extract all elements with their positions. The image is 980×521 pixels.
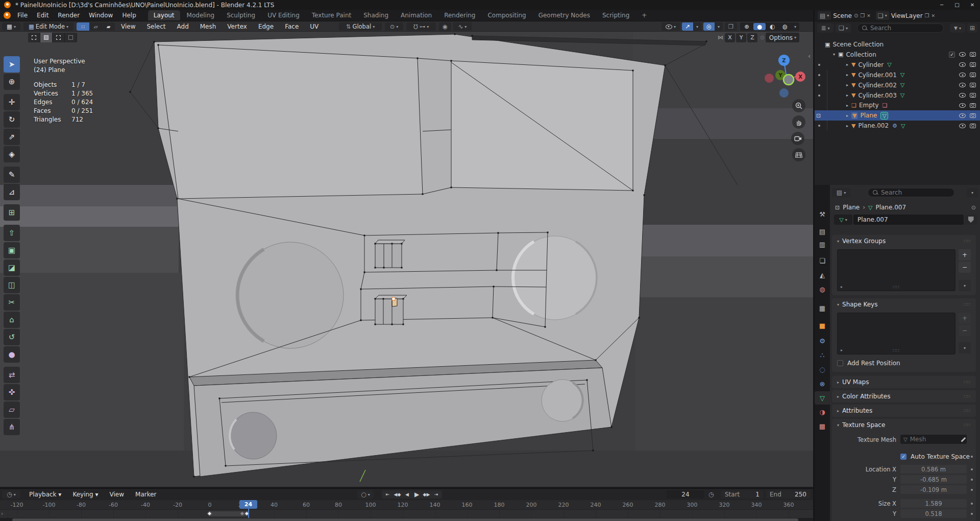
object-name[interactable]: Cylinder.003	[858, 92, 896, 99]
close-button[interactable]: ✕	[965, 0, 980, 10]
overlays-dropdown[interactable]: ▾	[715, 22, 723, 31]
timeline-editor-type-button[interactable]: ◷ ▾	[2, 490, 20, 499]
outliner-row-plane[interactable]: ⊡▸▼Plane▽	[815, 110, 980, 121]
drag-handle-icon[interactable]: ∷∷	[964, 422, 971, 428]
viewport-menu-face[interactable]: Face	[279, 23, 304, 30]
field-z[interactable]: -0.109 m	[900, 485, 967, 494]
field-y[interactable]: -0.685 m	[900, 475, 967, 484]
collapse-icon[interactable]: ▸	[837, 394, 839, 399]
panel-uv-maps[interactable]: ▸UV Maps∷∷	[832, 376, 976, 388]
new-collection-button[interactable]: ⊞	[967, 23, 977, 33]
object-name[interactable]: Cylinder	[858, 61, 884, 68]
collapse-icon[interactable]: ▾	[837, 239, 839, 244]
remove-vertex-group-button[interactable]: −	[959, 262, 971, 273]
animate-dot[interactable]	[971, 503, 973, 505]
tab-collection[interactable]: ▦	[815, 301, 830, 315]
viewport-menu-view[interactable]: View	[115, 23, 141, 30]
breadcrumb-data[interactable]: Plane.007	[875, 204, 906, 211]
add-vertex-group-button[interactable]: +	[959, 249, 971, 260]
end-frame-field[interactable]: End 250	[766, 490, 811, 499]
disclosure-closed-icon[interactable]: ▸	[844, 124, 850, 128]
unlink-scene-icon[interactable]: ✕	[867, 13, 871, 18]
timeline-menu-keying[interactable]: Keying ▾	[67, 491, 104, 498]
mode-dropdown[interactable]: ▦ Edit Mode ▾	[23, 22, 74, 31]
outliner-search-input[interactable]: Search	[857, 23, 944, 33]
outliner-row-collection[interactable]: ▾▣Collection✓	[815, 50, 980, 60]
tab-scripting[interactable]: Scripting	[597, 10, 635, 20]
viewport-menu-add[interactable]: Add	[172, 23, 194, 30]
tool-move[interactable]: ✛	[4, 94, 20, 110]
collapse-icon[interactable]: ▸	[837, 380, 839, 385]
timeline-ruler[interactable]: -120-100-80-60-40-2002040608010012014016…	[0, 500, 813, 510]
viewlayer-name[interactable]: ViewLayer	[891, 12, 923, 19]
gizmo-dropdown[interactable]: ▾	[693, 22, 701, 31]
tool-loop-cut[interactable]: ◫	[4, 277, 20, 293]
outliner-filter-type-button[interactable]: ❏ ▾	[836, 23, 851, 33]
tool-inset-faces[interactable]: ▣	[4, 242, 20, 258]
animate-dot[interactable]	[971, 513, 973, 515]
start-frame-field[interactable]: Start 1	[721, 490, 764, 499]
tab-particles[interactable]: ∴	[815, 348, 830, 362]
disclosure-closed-icon[interactable]: ▸	[844, 103, 850, 108]
scene-selector[interactable]: ▤ ▾	[818, 11, 831, 20]
tab-shading[interactable]: Shading	[358, 10, 394, 20]
animate-dot[interactable]	[971, 479, 973, 481]
zoom-button[interactable]	[792, 99, 805, 112]
editor-type-button[interactable]: ▦ ▾	[2, 22, 20, 31]
object-name[interactable]: Scene Collection	[832, 41, 884, 48]
viewport-menu-mesh[interactable]: Mesh	[194, 23, 222, 30]
menu-file[interactable]: File	[13, 12, 32, 19]
filter-button[interactable]: ▼ ▾	[950, 23, 965, 33]
hide-viewport-icon[interactable]	[959, 52, 966, 57]
collapse-icon[interactable]: ▸	[837, 409, 839, 413]
outliner-row-empty[interactable]: ▸❏Empty❏	[815, 100, 980, 110]
hide-viewport-icon[interactable]	[959, 83, 966, 87]
tab-output[interactable]: ▥	[815, 238, 830, 251]
menu-render[interactable]: Render	[53, 12, 84, 19]
camera-view-button[interactable]	[791, 132, 804, 145]
tool-spin[interactable]: ↺	[4, 329, 20, 345]
show-overlays-button[interactable]: ◎	[703, 22, 715, 31]
panel-title[interactable]: Texture Space	[842, 421, 885, 429]
animate-dot[interactable]	[971, 489, 973, 491]
collection-checkbox[interactable]: ✓	[949, 52, 955, 58]
panel-attributes[interactable]: ▸Attributes∷∷	[832, 405, 976, 417]
selected-vertex[interactable]	[392, 297, 395, 300]
timeline-track[interactable]	[0, 510, 813, 518]
copy-viewlayer-icon[interactable]: ❐	[925, 13, 929, 18]
collapse-icon[interactable]: ▾	[837, 302, 839, 307]
mesh-browse-button[interactable]: ▽ ▾	[834, 215, 852, 225]
panel-divider[interactable]	[813, 10, 815, 521]
field-size-x[interactable]: 1.589	[900, 499, 967, 508]
hide-viewport-icon[interactable]	[959, 124, 966, 128]
drag-handle-icon[interactable]: ∷∷	[964, 380, 971, 385]
sidebar-toggle[interactable]: ‹	[808, 52, 811, 60]
pin-icon[interactable]: ⊙	[971, 204, 976, 211]
animate-dot[interactable]	[971, 468, 973, 470]
select-extend-button[interactable]	[40, 33, 53, 42]
tool-knife[interactable]: ✂	[4, 294, 20, 311]
options-dropdown[interactable]: Options ▾	[766, 33, 799, 42]
tab-view-layer[interactable]: ❏	[815, 254, 830, 267]
disclosure-closed-icon[interactable]: ▸	[844, 113, 850, 118]
play-reverse-button[interactable]: ◀	[402, 491, 412, 499]
disable-render-icon[interactable]	[970, 93, 976, 98]
tool-rip-region[interactable]: ⋔	[4, 419, 20, 435]
drag-handle-icon[interactable]: ∷∷	[964, 394, 971, 399]
show-gizmo-button[interactable]: ↗	[682, 22, 693, 31]
tab-world[interactable]: ◍	[815, 282, 830, 296]
select-intersect-button[interactable]	[65, 33, 77, 42]
hide-viewport-icon[interactable]	[959, 113, 966, 118]
select-set-button[interactable]	[28, 33, 40, 42]
collapse-icon[interactable]: ▾	[837, 423, 839, 428]
hide-viewport-icon[interactable]	[959, 103, 966, 108]
tool-bevel[interactable]: ◪	[4, 259, 20, 276]
disable-render-icon[interactable]	[970, 52, 976, 57]
vertex-groups-list[interactable]: ▸ ∷∷	[837, 249, 955, 291]
tab-render[interactable]: ▤	[815, 225, 830, 238]
tab-modifiers[interactable]: ⚙	[815, 334, 830, 347]
outliner-row-cylinder[interactable]: ▸▼Cylinder▽	[815, 60, 980, 70]
hide-viewport-icon[interactable]	[959, 73, 966, 77]
auto-keying-button[interactable]: ○ ▾	[357, 490, 374, 499]
shape-key-specials-button[interactable]: ▾	[959, 342, 971, 353]
